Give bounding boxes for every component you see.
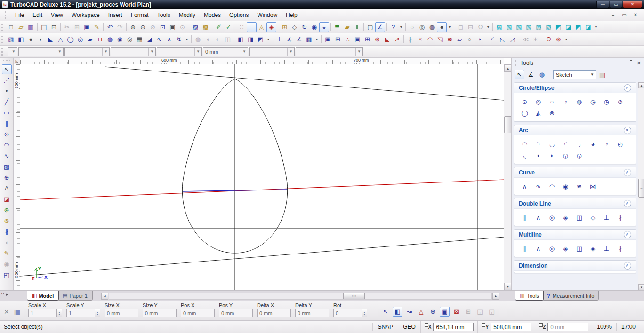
explode-tool[interactable]: ⊛ xyxy=(554,34,564,44)
hscroll-right-button[interactable]: ▸ xyxy=(492,293,499,300)
field-input[interactable]: 0 mm xyxy=(143,309,177,317)
circle-double-point[interactable]: ○ xyxy=(545,96,559,107)
workplane-top-button[interactable]: ▧ xyxy=(504,22,514,32)
meet-2-lines-tool[interactable]: × xyxy=(415,34,425,44)
arc-rotated-elliptical[interactable]: ◵ xyxy=(559,150,572,161)
facet-union-tool[interactable]: ◍ xyxy=(193,34,203,44)
section-header[interactable]: Multiline « xyxy=(514,230,636,240)
property-combo[interactable]: ▼ xyxy=(18,47,64,56)
arc-1-2-3[interactable]: ◕ xyxy=(586,138,600,150)
double-perpendicular[interactable]: ⊥ xyxy=(600,212,613,223)
layers-button[interactable]: ≣ xyxy=(332,22,342,32)
double-line[interactable]: ∥ xyxy=(518,212,531,223)
chevron-down-icon[interactable]: ▼ xyxy=(102,48,109,56)
hscroll-left-button[interactable]: ◂ xyxy=(101,293,108,300)
spell-check-button[interactable]: ✓ xyxy=(224,22,233,32)
multi-perpendicular[interactable]: ⊥ xyxy=(600,243,613,254)
snap-toggle[interactable]: ⊛ xyxy=(2,205,12,215)
curve-fit[interactable]: ◠ xyxy=(545,181,559,192)
circle-2-point[interactable]: ◔ xyxy=(559,96,572,107)
overflow-button[interactable]: ▾ xyxy=(314,34,320,44)
field-input[interactable]: 0 xyxy=(333,309,362,317)
property-combo[interactable]: ▼ xyxy=(64,47,110,56)
multi-polyline[interactable]: ∧ xyxy=(531,243,545,254)
chevron-down-icon[interactable]: ▼ xyxy=(355,48,362,56)
facet-subtract-tool[interactable]: ◖ xyxy=(203,34,213,44)
field-input[interactable]: 0 mm xyxy=(105,309,138,317)
render-draft-button[interactable]: ◍ xyxy=(427,22,437,32)
fit-radial-copy-tool[interactable]: ⊛ xyxy=(372,34,382,44)
pin-icon[interactable] xyxy=(629,60,633,66)
shape-stretch-tool[interactable]: ▱ xyxy=(455,34,465,44)
close-button[interactable]: ✕ xyxy=(623,1,642,8)
menu-workspace[interactable]: Workspace xyxy=(67,10,104,20)
double-parallel[interactable]: ∦ xyxy=(613,212,627,223)
workplane-front-button[interactable]: ▧ xyxy=(514,22,524,32)
workplane-angle-tool[interactable]: ∠ xyxy=(294,34,304,44)
collapse-chevron-icon[interactable]: « xyxy=(624,84,631,92)
property-combo[interactable]: ▼ xyxy=(8,47,17,56)
box-3d-tool[interactable]: ▧ xyxy=(2,162,12,172)
workplane-left-button[interactable]: ▧ xyxy=(534,22,544,32)
drawing-canvas[interactable]: Y X Z xyxy=(20,64,504,290)
property-combo[interactable]: ▼ xyxy=(296,47,363,56)
color-palette-button[interactable]: ‖ xyxy=(352,22,362,32)
double-polyline[interactable]: ∧ xyxy=(531,212,545,223)
collapse-chevron-icon[interactable]: « xyxy=(624,231,631,238)
spinner-control[interactable]: ▲▼ xyxy=(57,309,62,317)
ellipse[interactable]: ◯ xyxy=(518,107,531,119)
circle-concentric[interactable]: ◎ xyxy=(531,96,545,107)
workplane-3-point-tool[interactable]: ∡ xyxy=(284,34,294,44)
cut-button[interactable]: ✂ xyxy=(62,22,72,32)
workplane-origin-tool[interactable]: ⊥ xyxy=(274,34,284,44)
scrollbar-thumb[interactable] xyxy=(638,179,644,198)
restore-button[interactable]: ▭ xyxy=(610,1,622,8)
chevron-down-icon[interactable]: ▼ xyxy=(287,48,294,56)
hatch-layers-button[interactable]: ▰ xyxy=(342,22,352,32)
new-file-button[interactable]: □ xyxy=(6,22,16,32)
corner-chamfer-tool[interactable]: ◺ xyxy=(498,34,507,44)
property-combo[interactable]: ▼ xyxy=(157,47,202,56)
field-input[interactable]: 0 mm xyxy=(181,309,215,317)
slab-tool[interactable]: ▰ xyxy=(85,34,95,44)
field-input[interactable]: 0 mm xyxy=(257,309,291,317)
copy-button[interactable]: ⊞ xyxy=(72,22,82,32)
multi-polygon[interactable]: ◈ xyxy=(559,243,572,254)
zoom-out-button[interactable]: ⊖ xyxy=(138,22,148,32)
field-input[interactable]: 1 xyxy=(66,309,95,317)
curve-bezier[interactable]: ∧ xyxy=(518,181,531,192)
select-tool[interactable]: ↖ xyxy=(2,64,12,74)
arc-fixed-ratio[interactable]: ◶ xyxy=(572,150,586,161)
facet-intersect-tool[interactable]: ◐ xyxy=(213,34,223,44)
workplane-grid-tool[interactable]: ▩ xyxy=(304,34,314,44)
doc-close-button[interactable]: ✕ xyxy=(632,12,639,17)
zoom-extents-button[interactable]: ▣ xyxy=(168,22,177,32)
doc-restore-button[interactable]: ▭ xyxy=(620,12,628,17)
menu-format[interactable]: Format xyxy=(127,10,153,20)
chevron-down-icon[interactable]: ▼ xyxy=(194,48,201,56)
palette-globe-tool[interactable]: ◍ xyxy=(537,70,547,79)
view-cube-button[interactable]: ◇ xyxy=(290,22,299,32)
insert-picture-button[interactable]: ▨ xyxy=(191,22,201,32)
chevron-down-icon[interactable]: ▼ xyxy=(56,48,63,56)
scroll-down-button[interactable]: ▼ xyxy=(504,283,512,290)
scroll-down-button[interactable]: ▼ xyxy=(638,284,644,290)
show-axes-button[interactable]: ∠ xyxy=(375,22,385,32)
render-hidden-line-button[interactable]: ◎ xyxy=(417,22,427,32)
wedge-tool[interactable]: ◣ xyxy=(46,34,56,44)
vector-copy-tool[interactable]: ↗ xyxy=(392,34,402,44)
zoom-printed-size-button[interactable]: ⊙ xyxy=(177,22,187,32)
palette-node-edit-tool[interactable]: ∡ xyxy=(526,70,536,79)
scroll-up-button[interactable]: ▲ xyxy=(504,64,512,72)
boolean-subtract-tool[interactable]: ◨ xyxy=(246,34,256,44)
menu-view[interactable]: View xyxy=(47,10,67,20)
boolean-union-tool[interactable]: ◧ xyxy=(236,34,246,44)
trim-tool[interactable]: ∦ xyxy=(2,227,12,237)
protractor-button[interactable]: ◬ xyxy=(257,22,266,32)
chevron-down-icon[interactable]: ▼ xyxy=(148,48,155,56)
no-rotate-mode[interactable]: ⊠ xyxy=(451,307,461,317)
field-input[interactable]: 0 mm xyxy=(219,309,253,317)
offset-tool[interactable]: ≋ xyxy=(445,34,455,44)
fillet-tool[interactable]: ◠ xyxy=(425,34,435,44)
overflow-button[interactable]: ▾ xyxy=(564,34,569,44)
